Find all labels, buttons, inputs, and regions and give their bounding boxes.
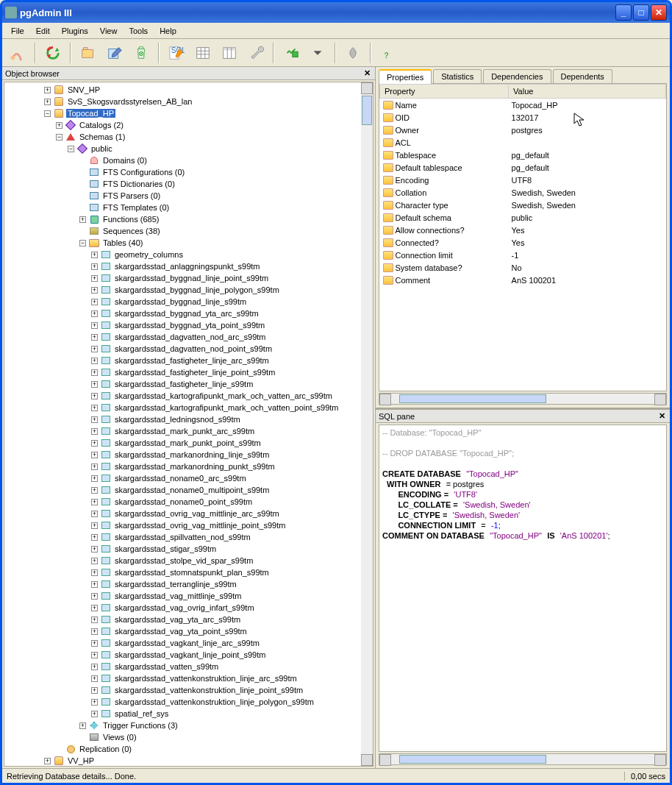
expand-icon[interactable]: + xyxy=(91,322,98,329)
properties-icon[interactable] xyxy=(77,42,99,64)
tree-node[interactable]: +skargardsstad_ovrig_vag_mittlinje_point… xyxy=(4,519,361,531)
tree-node[interactable]: +skargardsstad_terranglinje_s99tm xyxy=(4,578,361,590)
object-tree[interactable]: +SNV_HP+SvS_Skogsvardsstyrelsen_AB_lan−T… xyxy=(4,82,361,766)
scroll-up-icon[interactable] xyxy=(361,82,373,94)
tab-dependents[interactable]: Dependents xyxy=(553,69,612,83)
expand-icon[interactable]: + xyxy=(91,310,98,317)
hscroll-left-icon[interactable] xyxy=(379,394,391,405)
expand-icon[interactable]: + xyxy=(91,640,98,647)
tree-node[interactable]: +skargardsstad_kartografipunkt_mark_och_… xyxy=(4,390,361,402)
tree-node[interactable]: +skargardsstad_byggnad_linje_point_s99tm xyxy=(4,272,361,284)
expand-icon[interactable]: + xyxy=(91,546,98,553)
hscroll-thumb[interactable] xyxy=(399,394,546,403)
expand-icon[interactable]: + xyxy=(91,699,98,706)
property-row[interactable]: EncodingUTF8 xyxy=(380,174,666,186)
expand-icon[interactable]: + xyxy=(91,287,98,294)
execute-icon[interactable] xyxy=(280,42,302,64)
property-row[interactable]: System database?No xyxy=(380,261,666,274)
expand-icon[interactable]: + xyxy=(91,499,98,505)
property-row[interactable]: OID132017 xyxy=(380,111,666,124)
tree-node[interactable]: +skargardsstad_stolpe_vid_spar_s99tm xyxy=(4,555,361,566)
tree-node[interactable]: +spatial_ref_sys xyxy=(4,708,361,720)
menu-view[interactable]: View xyxy=(94,25,124,37)
expand-icon[interactable]: + xyxy=(91,569,98,576)
sql-hscrollbar[interactable] xyxy=(379,753,667,765)
property-row[interactable]: ACL xyxy=(380,136,666,149)
tab-properties[interactable]: Properties xyxy=(379,69,432,84)
tree-node[interactable]: FTS Parsers (0) xyxy=(4,190,361,202)
expand-icon[interactable]: + xyxy=(91,299,98,305)
property-row[interactable]: Character typeSwedish, Sweden xyxy=(380,199,666,211)
hscroll-right-icon[interactable] xyxy=(654,754,666,766)
tree-node[interactable]: +VV_HP xyxy=(4,755,361,766)
close-button[interactable]: ✕ xyxy=(651,4,667,21)
property-row[interactable]: Tablespacepg_default xyxy=(380,149,666,161)
tree-node[interactable]: Sequences (38) xyxy=(4,225,361,237)
expand-icon[interactable]: + xyxy=(91,511,98,517)
tree-node[interactable]: +skargardsstad_vagkant_linje_arc_s99tm xyxy=(4,637,361,649)
menu-edit[interactable]: Edit xyxy=(30,25,56,37)
tree-node[interactable]: +skargardsstad_fastigheter_linje_arc_s99… xyxy=(4,355,361,366)
help-icon[interactable]: ? xyxy=(377,42,399,64)
expand-icon[interactable]: + xyxy=(91,381,98,388)
tree-node[interactable]: +skargardsstad_ledningsnod_s99tm xyxy=(4,413,361,425)
tree-node[interactable]: +SvS_Skogsvardsstyrelsen_AB_lan xyxy=(4,96,361,107)
expand-icon[interactable]: + xyxy=(79,722,86,729)
expand-icon[interactable]: + xyxy=(79,216,86,223)
expand-icon[interactable]: + xyxy=(44,99,51,105)
prop-col-property[interactable]: Property xyxy=(380,85,509,99)
prop-col-value[interactable]: Value xyxy=(509,85,666,99)
filter-icon[interactable] xyxy=(218,42,240,64)
expand-icon[interactable]: + xyxy=(91,605,98,611)
expand-icon[interactable]: + xyxy=(91,628,98,635)
scroll-thumb[interactable] xyxy=(362,96,372,125)
tree-node[interactable]: +skargardsstad_vag_yta_arc_s99tm xyxy=(4,614,361,625)
object-browser-close-icon[interactable]: ✕ xyxy=(362,68,372,79)
property-row[interactable]: CollationSwedish, Sweden xyxy=(380,186,666,199)
tree-node[interactable]: +skargardsstad_byggnad_linje_s99tm xyxy=(4,296,361,308)
expand-icon[interactable]: + xyxy=(91,581,98,588)
tree-node[interactable]: FTS Configurations (0) xyxy=(4,166,361,178)
tree-node[interactable]: +skargardsstad_fastigheter_linje_s99tm xyxy=(4,378,361,390)
tree-node[interactable]: +skargardsstad_stigar_s99tm xyxy=(4,543,361,555)
expand-icon[interactable]: + xyxy=(91,463,98,470)
expand-icon[interactable]: + xyxy=(91,675,98,682)
titlebar[interactable]: pgAdmin III _ □ ✕ xyxy=(2,2,670,23)
tree-node[interactable]: +skargardsstad_vag_ovrig_infart_s99tm xyxy=(4,602,361,614)
property-row[interactable]: NameTopocad_HP xyxy=(380,99,666,112)
property-row[interactable]: CommentAnS 100201 xyxy=(380,274,666,286)
property-row[interactable]: Ownerpostgres xyxy=(380,124,666,136)
expand-icon[interactable]: + xyxy=(91,358,98,364)
tree-node[interactable]: −Tables (40) xyxy=(4,237,361,249)
tree-node[interactable]: +skargardsstad_vag_mittlinje_s99tm xyxy=(4,590,361,602)
expand-icon[interactable]: + xyxy=(91,405,98,411)
tree-node[interactable]: −Schemas (1) xyxy=(4,131,361,143)
expand-icon[interactable]: + xyxy=(91,252,98,258)
tree-node[interactable]: +skargardsstad_fastigheter_linje_point_s… xyxy=(4,366,361,378)
menu-plugins[interactable]: Plugins xyxy=(56,25,94,37)
tree-node[interactable]: +skargardsstad_vattenkonstruktion_linje_… xyxy=(4,684,361,696)
expand-icon[interactable]: + xyxy=(91,522,98,529)
expand-icon[interactable]: + xyxy=(91,687,98,694)
menu-help[interactable]: Help xyxy=(154,25,182,37)
tree-node[interactable]: +skargardsstad_vatten_s99tm xyxy=(4,661,361,672)
minimize-button[interactable]: _ xyxy=(615,4,632,21)
execute-dropdown-icon[interactable] xyxy=(307,42,329,64)
tree-node[interactable]: −Topocad_HP xyxy=(4,107,361,119)
expand-icon[interactable]: + xyxy=(91,617,98,623)
tree-node[interactable]: +SNV_HP xyxy=(4,84,361,96)
collapse-icon[interactable]: − xyxy=(44,110,51,117)
tree-node[interactable]: +skargardsstad_anlaggningspunkt_s99tm xyxy=(4,260,361,272)
hscroll-right-icon[interactable] xyxy=(654,394,666,405)
hscroll-left-icon[interactable] xyxy=(379,754,391,766)
expand-icon[interactable]: + xyxy=(91,369,98,376)
maintenance-icon[interactable] xyxy=(245,42,267,64)
tree-node[interactable]: +skargardsstad_kartografipunkt_mark_och_… xyxy=(4,402,361,413)
expand-icon[interactable]: + xyxy=(91,475,98,482)
menu-tools[interactable]: Tools xyxy=(123,25,154,37)
tree-node[interactable]: +skargardsstad_dagvatten_nod_point_s99tm xyxy=(4,343,361,355)
tree-node[interactable]: +skargardsstad_vagkant_linje_point_s99tm xyxy=(4,649,361,661)
tree-node[interactable]: +skargardsstad_vattenkonstruktion_linje_… xyxy=(4,696,361,708)
tree-node[interactable]: +skargardsstad_byggnad_linje_polygon_s99… xyxy=(4,284,361,296)
tree-node[interactable]: +Trigger Functions (3) xyxy=(4,720,361,731)
